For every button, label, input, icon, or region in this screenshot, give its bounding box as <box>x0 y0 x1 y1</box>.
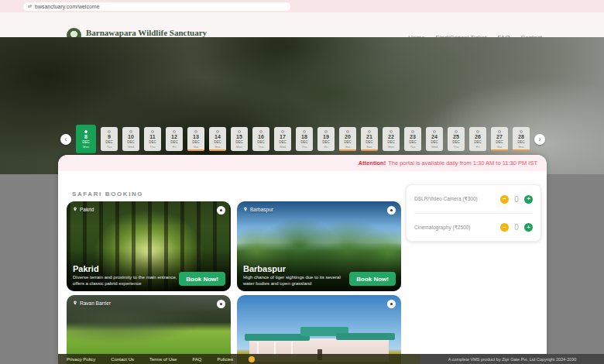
radio-icon <box>238 130 241 133</box>
date-number: 20 <box>345 134 351 139</box>
date-tile[interactable]: 19 DEC Fri <box>317 127 335 151</box>
info-icon[interactable] <box>387 300 396 308</box>
date-month: DEC <box>517 141 525 145</box>
main-panel: Attention! The portal is available daily… <box>58 155 547 364</box>
zone-chip-label: Pakrid <box>80 207 94 212</box>
date-weekday: Fri <box>476 146 480 149</box>
date-weekday: Mon <box>83 146 89 149</box>
date-tile[interactable]: 27 DEC Sat <box>491 127 508 151</box>
date-strip-tiles: 8 DEC Mon 9 DEC Tue 10 DEC Wed 11 DEC Th… <box>76 125 530 153</box>
help-icon[interactable] <box>249 356 255 362</box>
screen: ⇄ bwsanctuary.com/welcome Barnawapara Wi… <box>0 0 604 364</box>
date-tile[interactable]: 24 DEC Wed <box>426 127 443 151</box>
date-tile[interactable]: 11 DEC Thu <box>144 127 161 151</box>
info-icon[interactable] <box>217 206 225 215</box>
date-weekday: Sun <box>366 146 372 149</box>
date-number: 22 <box>388 134 394 139</box>
date-tile[interactable]: 13 DEC Sat <box>187 127 204 151</box>
book-now-button[interactable]: Book Now! <box>349 272 396 286</box>
radio-icon <box>433 130 436 133</box>
date-tile[interactable]: 23 DEC Tue <box>404 127 421 151</box>
date-weekday: Mon <box>388 146 394 149</box>
date-tile[interactable]: 21 DEC Sun <box>361 127 378 151</box>
date-number: 11 <box>149 134 155 139</box>
notice-bar: Attention! The portal is available daily… <box>58 155 547 171</box>
date-tile[interactable]: 26 DEC Fri <box>469 127 486 151</box>
date-weekday: Sat <box>194 146 198 149</box>
zone-card-pakrid: Pakrid Pakrid Diverse terrain and proxim… <box>67 201 231 291</box>
radio-icon <box>324 130 328 133</box>
plus-button[interactable]: + <box>524 223 533 232</box>
date-tile[interactable]: 16 DEC Tue <box>252 127 269 151</box>
minus-button[interactable]: − <box>500 223 509 232</box>
addon-label: DSLR/Video Camera (₹300) <box>414 196 500 202</box>
notice-prefix: Attention! <box>359 160 386 167</box>
date-number: 8 <box>84 134 88 139</box>
date-month: DEC <box>387 141 395 145</box>
date-month: DEC <box>279 141 287 145</box>
date-tile[interactable]: 18 DEC Thu <box>296 127 313 151</box>
notice-message: The portal is available daily from 1:30 … <box>388 160 537 167</box>
radio-icon <box>108 130 111 133</box>
address-bar[interactable]: ⇄ bwsanctuary.com/welcome <box>23 2 290 11</box>
date-tile[interactable]: 12 DEC Fri <box>166 127 183 151</box>
addon-row-cinematography: Cinematography (₹2500) − 0 + <box>414 213 533 241</box>
date-tile[interactable]: 14 DEC Sun <box>209 127 226 151</box>
date-tile[interactable]: 10 DEC Wed <box>122 127 139 151</box>
date-number: 28 <box>518 134 524 139</box>
zone-chip-label: Ravan Barrier <box>80 300 111 306</box>
radio-icon <box>346 130 349 133</box>
date-tile[interactable]: 9 DEC Tue <box>101 127 118 151</box>
site-header: Barnawapara Wildlife Sanctuary Barnawapa… <box>0 12 604 37</box>
chevron-right-icon[interactable]: › <box>534 134 545 145</box>
plus-button[interactable]: + <box>524 195 533 204</box>
chevron-left-icon[interactable]: ‹ <box>60 134 71 145</box>
zone-chip: Ravan Barrier <box>73 300 111 306</box>
date-month: DEC <box>409 141 417 145</box>
date-weekday: Fri <box>324 146 328 149</box>
date-tile[interactable]: 25 DEC Thu <box>448 127 465 151</box>
footer-link-contact-us[interactable]: Contact Us <box>111 357 134 362</box>
date-month: DEC <box>82 141 90 145</box>
date-number: 27 <box>496 134 503 139</box>
date-month: DEC <box>431 141 438 145</box>
reload-icon[interactable]: ⇄ <box>28 4 32 9</box>
info-icon[interactable] <box>387 206 396 215</box>
book-now-button[interactable]: Book Now! <box>179 272 225 286</box>
radio-icon <box>390 130 393 133</box>
radio-icon <box>84 130 88 133</box>
date-month: DEC <box>496 141 503 145</box>
footer-link-privacy-policy[interactable]: Privacy Policy <box>67 357 95 362</box>
date-month: DEC <box>235 141 243 145</box>
date-weekday: Sat <box>345 146 350 149</box>
date-tile[interactable]: 17 DEC Wed <box>274 127 291 151</box>
date-number: 16 <box>258 134 264 139</box>
date-number: 19 <box>323 134 329 139</box>
info-icon[interactable] <box>217 300 225 308</box>
radio-icon <box>455 130 458 133</box>
date-month: DEC <box>300 141 308 145</box>
footer-link-terms-of-use[interactable]: Terms of Use <box>149 357 177 362</box>
minus-button[interactable]: − <box>500 195 509 204</box>
date-tile[interactable]: 20 DEC Sat <box>339 127 356 151</box>
date-number: 9 <box>108 134 111 139</box>
date-month: DEC <box>474 141 482 145</box>
date-number: 12 <box>171 134 177 139</box>
date-number: 25 <box>453 134 459 139</box>
date-tile[interactable]: 15 DEC Mon <box>231 127 248 151</box>
date-tile[interactable]: 28 DEC Sun <box>513 127 530 151</box>
footer-link-policies[interactable]: Policies <box>217 357 233 362</box>
date-weekday: Sat <box>497 146 502 149</box>
copyright-bar: A complete VMS product by Zipr Gate Pvt.… <box>420 354 604 364</box>
date-weekday: Thu <box>302 146 307 149</box>
footer-link-faq[interactable]: FAQ <box>192 357 201 362</box>
date-tile[interactable]: 22 DEC Mon <box>383 127 400 151</box>
date-tile[interactable]: 8 DEC Mon <box>76 125 96 153</box>
zone-chip: Barbaspur <box>243 206 273 212</box>
radio-icon <box>368 130 371 133</box>
addon-row-dslr: DSLR/Video Camera (₹300) − 0 + <box>414 185 533 213</box>
date-weekday: Tue <box>410 146 416 149</box>
date-month: DEC <box>149 141 156 145</box>
radio-icon <box>194 130 197 133</box>
map-pin-icon <box>73 300 77 306</box>
